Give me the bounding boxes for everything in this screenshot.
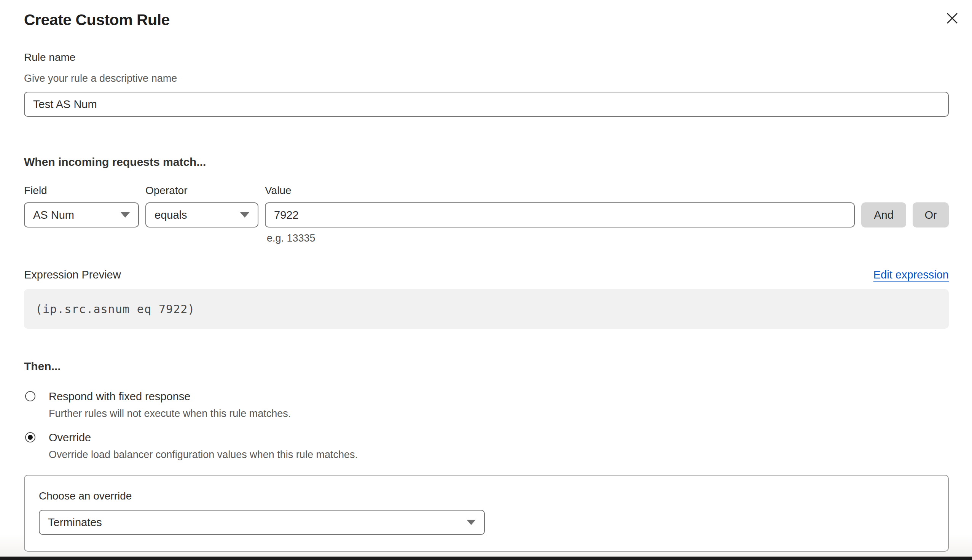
edit-expression-link[interactable]: Edit expression xyxy=(874,268,949,281)
operator-select[interactable]: equals xyxy=(145,202,258,228)
radio-button-icon[interactable] xyxy=(25,391,35,402)
rule-name-input[interactable] xyxy=(24,92,949,117)
field-select-value: AS Num xyxy=(33,209,74,222)
fixed-response-label[interactable]: Respond with fixed response xyxy=(49,390,291,403)
operator-label: Operator xyxy=(145,184,258,197)
expression-preview-row: Expression Preview Edit expression xyxy=(24,267,949,282)
close-button[interactable] xyxy=(945,11,960,26)
fixed-response-helper: Further rules will not execute when this… xyxy=(49,407,291,420)
value-label: Value xyxy=(265,184,855,197)
override-select[interactable]: Terminates xyxy=(39,510,485,535)
value-hint: e.g. 13335 xyxy=(24,232,949,245)
condition-labels-row: Field Operator Value xyxy=(24,184,949,197)
field-select[interactable]: AS Num xyxy=(24,202,139,228)
field-label: Field xyxy=(24,184,139,197)
override-helper: Override load balancer configuration val… xyxy=(49,448,358,461)
value-input[interactable] xyxy=(265,202,855,228)
override-label[interactable]: Override xyxy=(49,431,358,444)
choose-override-label: Choose an override xyxy=(39,489,948,503)
expression-code-block: (ip.src.asnum eq 7922) xyxy=(24,289,949,329)
then-section-heading: Then... xyxy=(24,359,949,373)
match-section-heading: When incoming requests match... xyxy=(24,155,949,169)
dialog-title: Create Custom Rule xyxy=(24,10,949,30)
operator-select-value: equals xyxy=(155,209,187,222)
radio-option-fixed-response[interactable]: Respond with fixed response Further rule… xyxy=(24,390,949,420)
close-icon xyxy=(946,12,959,25)
override-config-panel: Choose an override Terminates xyxy=(24,475,949,552)
create-custom-rule-dialog: Create Custom Rule Rule name Give your r… xyxy=(0,0,972,557)
radio-button-icon[interactable] xyxy=(25,432,35,442)
expression-code: (ip.src.asnum eq 7922) xyxy=(35,302,195,316)
rule-name-helper: Give your rule a descriptive name xyxy=(24,72,949,85)
or-button[interactable]: Or xyxy=(913,202,949,228)
expression-preview-label: Expression Preview xyxy=(24,267,121,282)
condition-controls-row: AS Num equals And Or xyxy=(24,202,949,228)
rule-name-label: Rule name xyxy=(24,51,949,64)
page-bottom-edge xyxy=(0,557,972,560)
override-select-value: Terminates xyxy=(48,516,102,529)
chevron-down-icon xyxy=(240,212,249,218)
chevron-down-icon xyxy=(121,212,130,218)
and-button[interactable]: And xyxy=(861,202,906,228)
chevron-down-icon xyxy=(467,520,476,525)
radio-option-override[interactable]: Override Override load balancer configur… xyxy=(24,431,949,461)
